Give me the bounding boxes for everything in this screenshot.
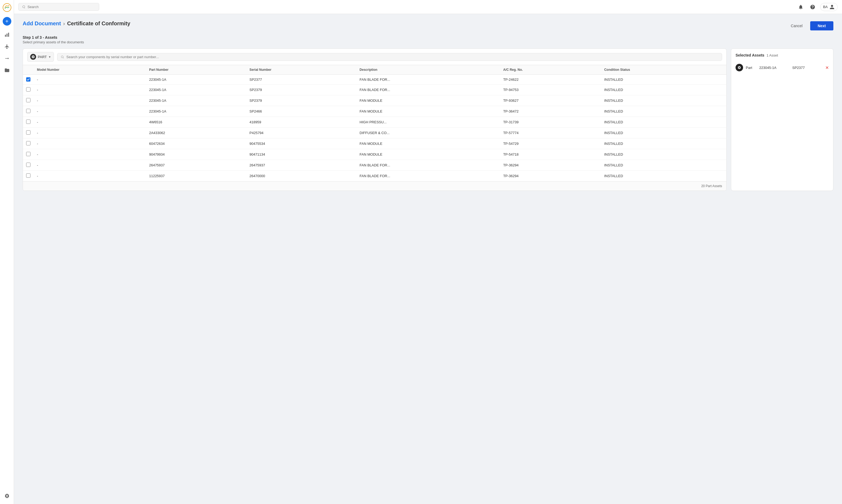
component-search-box[interactable] [57, 53, 722, 61]
table-row: -223045-1ASP2379FAN MODULETP-93627INSTAL… [23, 95, 726, 106]
cell-5: INSTALLED [601, 160, 726, 171]
cell-3: FAN BLADE FOR... [356, 85, 500, 95]
search-icon [61, 55, 64, 59]
cell-2: SP2379 [246, 95, 357, 106]
panel-toolbar: PART ▼ [23, 49, 726, 65]
selected-item: Part 223045-1A SP2377 ✕ [736, 62, 829, 73]
remove-selected-item-button[interactable]: ✕ [825, 65, 829, 70]
plus-icon: + [5, 18, 8, 24]
chart-icon [4, 32, 10, 37]
step-info: Step 1 of 3 - Assets Select primary asse… [23, 35, 834, 44]
cell-5: INSTALLED [601, 85, 726, 95]
cell-3: DIFFUSER & CO... [356, 128, 500, 138]
table-row: -1122593726470000FAN BLADE FOR...TP-3629… [23, 171, 726, 181]
table-header-checkbox [23, 65, 34, 75]
cell-1: 90479934 [146, 149, 246, 160]
col-description: Description [356, 65, 500, 75]
selected-items-list: Part 223045-1A SP2377 ✕ [736, 62, 829, 73]
help-icon[interactable] [808, 3, 817, 11]
sidebar-item-add[interactable]: + [3, 17, 11, 25]
global-search-box[interactable] [18, 3, 99, 11]
cell-4: TP-93627 [500, 95, 601, 106]
cell-3: FAN MODULE [356, 138, 500, 149]
topbar: BA [14, 0, 842, 14]
col-part-number: Part Number [146, 65, 246, 75]
cell-1: 223045-1A [146, 106, 246, 117]
breadcrumb-link[interactable]: Add Document [23, 20, 61, 26]
cell-0: - [34, 171, 146, 181]
cell-1: 2A433062 [146, 128, 246, 138]
selected-item-serial: SP2377 [792, 66, 823, 70]
cell-5: INSTALLED [601, 75, 726, 85]
cell-4: TP-54729 [500, 138, 601, 149]
row-checkbox[interactable] [26, 109, 31, 113]
row-checkbox-checked[interactable] [26, 77, 31, 82]
cell-5: INSTALLED [601, 171, 726, 181]
right-panel: Selected Assets 1 Asset Part 223045-1A S… [731, 49, 834, 191]
table-row: -223045-1ASP2377FAN BLADE FOR...TP-24622… [23, 75, 726, 85]
cell-0: - [34, 95, 146, 106]
cell-0: - [34, 128, 146, 138]
sidebar-item-flights[interactable] [2, 42, 12, 51]
cell-1: 223045-1A [146, 85, 246, 95]
row-checkbox[interactable] [26, 87, 31, 92]
row-checkbox[interactable] [26, 174, 31, 178]
cell-1: 26475937 [146, 160, 246, 171]
sidebar-item-documents[interactable] [2, 66, 12, 75]
cell-4: TP-57774 [500, 128, 601, 138]
row-checkbox[interactable] [26, 152, 31, 156]
row-checkbox[interactable] [26, 130, 31, 134]
col-ac-reg: A/C Reg. No. [500, 65, 601, 75]
cell-2: P425794 [246, 128, 357, 138]
cancel-button[interactable]: Cancel [787, 21, 807, 30]
cell-1: 223045-1A [146, 75, 246, 85]
col-condition-status: Condition Status [601, 65, 726, 75]
sidebar-item-settings[interactable] [2, 491, 12, 501]
selected-assets-count: 1 Asset [767, 53, 778, 57]
next-button[interactable]: Next [810, 21, 834, 31]
step-title: Step 1 of 3 - Assets [23, 35, 834, 40]
cell-2: SP2377 [246, 75, 357, 85]
type-selector[interactable]: PART ▼ [27, 52, 54, 62]
cell-0: - [34, 117, 146, 128]
user-menu[interactable]: BA [820, 3, 838, 11]
sidebar-item-maintenance[interactable] [2, 54, 12, 63]
row-checkbox[interactable] [26, 98, 31, 102]
cell-3: FAN BLADE FOR... [356, 160, 500, 171]
panels: PART ▼ Model Number [23, 49, 834, 191]
cell-5: INSTALLED [601, 138, 726, 149]
assets-table: Model Number Part Number Serial Number D… [23, 65, 726, 181]
main-content: Add Document › Certificate of Conformity… [14, 14, 842, 504]
gear-icon [4, 493, 10, 499]
cell-2: SP2466 [246, 106, 357, 117]
cell-4: TP-31739 [500, 117, 601, 128]
table-row: -9047993490471134FAN MODULETP-54718INSTA… [23, 149, 726, 160]
row-checkbox[interactable] [26, 120, 31, 124]
cell-2: SP2379 [246, 85, 357, 95]
plane-icon [4, 44, 10, 49]
cell-3: HIGH PRESSU... [356, 117, 500, 128]
cell-0: - [34, 75, 146, 85]
cell-5: INSTALLED [601, 95, 726, 106]
search-input[interactable] [28, 5, 96, 9]
cell-1: 4W6516 [146, 117, 246, 128]
row-checkbox[interactable] [26, 141, 31, 145]
cell-1: 60472634 [146, 138, 246, 149]
component-search-input[interactable] [66, 55, 719, 59]
table-row: -223045-1ASP2379FAN BLADE FOR...TP-94753… [23, 85, 726, 95]
cell-5: INSTALLED [601, 106, 726, 117]
cell-4: TP-36294 [500, 160, 601, 171]
cell-1: 223045-1A [146, 95, 246, 106]
notifications-icon[interactable] [796, 3, 805, 11]
selected-item-part-number: 223045-1A [759, 66, 790, 70]
cell-4: TP-94753 [500, 85, 601, 95]
logo[interactable] [3, 3, 11, 13]
svg-rect-1 [5, 35, 6, 37]
cell-3: FAN BLADE FOR... [356, 171, 500, 181]
cell-4: TP-24622 [500, 75, 601, 85]
wrench-icon [4, 56, 10, 61]
row-checkbox[interactable] [26, 163, 31, 167]
svg-rect-3 [8, 33, 9, 37]
selected-item-icon [736, 64, 743, 71]
sidebar-item-dashboard[interactable] [2, 30, 12, 40]
